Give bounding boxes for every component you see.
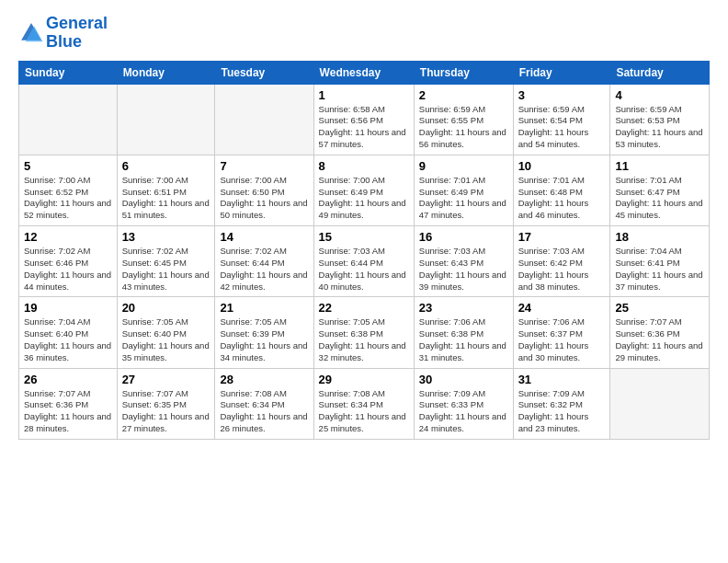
daylight-label: Daylight: 11 hours and 27 minutes. (122, 411, 210, 433)
daylight-label: Daylight: 11 hours and 34 minutes. (220, 340, 307, 362)
day-number: 3 (518, 88, 606, 102)
calendar-cell: 14Sunrise: 7:02 AMSunset: 6:44 PMDayligh… (215, 226, 313, 297)
day-number: 14 (220, 230, 308, 244)
sunset-label: Sunset: 6:56 PM (319, 115, 383, 125)
day-number: 28 (220, 373, 308, 386)
sunrise-label: Sunrise: 6:58 AM (319, 104, 385, 114)
sunset-label: Sunset: 6:49 PM (419, 187, 483, 197)
sunrise-label: Sunrise: 7:00 AM (319, 175, 385, 185)
daylight-label: Daylight: 11 hours and 37 minutes. (615, 270, 702, 292)
calendar-cell: 31Sunrise: 7:09 AMSunset: 6:32 PMDayligh… (513, 368, 610, 439)
day-number: 17 (518, 230, 606, 244)
day-info: Sunrise: 7:04 AMSunset: 6:40 PMDaylight:… (24, 316, 112, 363)
calendar-cell: 2Sunrise: 6:59 AMSunset: 6:55 PMDaylight… (414, 84, 513, 155)
calendar-cell: 13Sunrise: 7:02 AMSunset: 6:45 PMDayligh… (117, 226, 215, 297)
sunrise-label: Sunrise: 7:02 AM (24, 246, 90, 256)
day-info: Sunrise: 7:01 AMSunset: 6:47 PMDaylight:… (615, 175, 704, 222)
sunset-label: Sunset: 6:54 PM (518, 115, 583, 125)
week-row-2: 5Sunrise: 7:00 AMSunset: 6:52 PMDaylight… (19, 155, 710, 225)
day-info: Sunrise: 7:09 AMSunset: 6:33 PMDaylight:… (419, 388, 508, 435)
day-info: Sunrise: 7:05 AMSunset: 6:39 PMDaylight:… (220, 316, 308, 363)
sunset-label: Sunset: 6:52 PM (24, 187, 88, 197)
sunrise-label: Sunrise: 7:00 AM (122, 175, 188, 185)
day-number: 26 (24, 373, 112, 386)
sunrise-label: Sunrise: 7:06 AM (518, 316, 585, 327)
day-info: Sunrise: 7:03 AMSunset: 6:42 PMDaylight:… (518, 246, 606, 293)
daylight-label: Daylight: 11 hours and 56 minutes. (419, 127, 506, 149)
daylight-label: Daylight: 11 hours and 53 minutes. (615, 127, 702, 149)
week-row-1: 1Sunrise: 6:58 AMSunset: 6:56 PMDaylight… (19, 84, 710, 155)
daylight-label: Daylight: 11 hours and 29 minutes. (615, 340, 702, 362)
calendar-cell: 17Sunrise: 7:03 AMSunset: 6:42 PMDayligh… (513, 226, 610, 297)
day-number: 24 (518, 301, 606, 315)
day-info: Sunrise: 6:59 AMSunset: 6:54 PMDaylight:… (518, 104, 606, 151)
day-info: Sunrise: 7:07 AMSunset: 6:35 PMDaylight:… (122, 388, 210, 435)
day-number: 13 (122, 230, 210, 244)
day-info: Sunrise: 7:09 AMSunset: 6:32 PMDaylight:… (518, 388, 606, 435)
sunrise-label: Sunrise: 7:03 AM (319, 246, 385, 256)
day-info: Sunrise: 6:59 AMSunset: 6:55 PMDaylight:… (419, 104, 508, 151)
sunset-label: Sunset: 6:40 PM (122, 328, 187, 339)
daylight-label: Daylight: 11 hours and 42 minutes. (220, 270, 307, 292)
day-info: Sunrise: 7:04 AMSunset: 6:41 PMDaylight:… (615, 246, 704, 293)
daylight-label: Daylight: 11 hours and 54 minutes. (518, 127, 589, 149)
weekday-header-thursday: Thursday (414, 61, 513, 84)
sunrise-label: Sunrise: 7:08 AM (220, 388, 286, 398)
weekday-header-wednesday: Wednesday (313, 61, 414, 84)
day-info: Sunrise: 7:08 AMSunset: 6:34 PMDaylight:… (319, 388, 409, 435)
day-info: Sunrise: 7:03 AMSunset: 6:43 PMDaylight:… (419, 246, 508, 293)
day-info: Sunrise: 7:00 AMSunset: 6:49 PMDaylight:… (319, 175, 409, 222)
sunset-label: Sunset: 6:34 PM (220, 399, 284, 409)
day-info: Sunrise: 7:03 AMSunset: 6:44 PMDaylight:… (319, 246, 409, 293)
day-number: 7 (220, 159, 308, 173)
weekday-header-row: SundayMondayTuesdayWednesdayThursdayFrid… (19, 61, 710, 84)
sunset-label: Sunset: 6:44 PM (319, 258, 383, 268)
calendar-cell: 25Sunrise: 7:07 AMSunset: 6:36 PMDayligh… (610, 297, 710, 368)
sunrise-label: Sunrise: 6:59 AM (615, 104, 681, 114)
calendar-cell: 22Sunrise: 7:05 AMSunset: 6:38 PMDayligh… (313, 297, 414, 368)
daylight-label: Daylight: 11 hours and 49 minutes. (319, 198, 406, 220)
weekday-header-friday: Friday (513, 61, 610, 84)
sunrise-label: Sunrise: 7:00 AM (24, 175, 90, 185)
sunrise-label: Sunrise: 7:00 AM (220, 175, 286, 185)
calendar-cell: 30Sunrise: 7:09 AMSunset: 6:33 PMDayligh… (414, 368, 513, 439)
day-info: Sunrise: 6:58 AMSunset: 6:56 PMDaylight:… (319, 104, 409, 151)
calendar-cell: 27Sunrise: 7:07 AMSunset: 6:35 PMDayligh… (117, 368, 215, 439)
calendar-cell: 3Sunrise: 6:59 AMSunset: 6:54 PMDaylight… (513, 84, 610, 155)
sunrise-label: Sunrise: 7:01 AM (615, 175, 681, 185)
daylight-label: Daylight: 11 hours and 30 minutes. (518, 340, 589, 362)
day-number: 30 (419, 373, 508, 386)
calendar-cell: 15Sunrise: 7:03 AMSunset: 6:44 PMDayligh… (313, 226, 414, 297)
sunrise-label: Sunrise: 7:09 AM (419, 388, 485, 398)
sunrise-label: Sunrise: 7:08 AM (319, 388, 385, 398)
day-number: 9 (419, 159, 508, 173)
daylight-label: Daylight: 11 hours and 23 minutes. (518, 411, 589, 433)
weekday-header-saturday: Saturday (610, 61, 710, 84)
sunrise-label: Sunrise: 7:05 AM (220, 316, 286, 327)
sunset-label: Sunset: 6:46 PM (24, 258, 88, 268)
sunrise-label: Sunrise: 7:04 AM (615, 246, 681, 256)
sunrise-label: Sunrise: 6:59 AM (419, 104, 485, 114)
daylight-label: Daylight: 11 hours and 32 minutes. (319, 340, 406, 362)
sunrise-label: Sunrise: 7:01 AM (518, 175, 585, 185)
sunrise-label: Sunrise: 7:09 AM (518, 388, 585, 398)
calendar-cell: 9Sunrise: 7:01 AMSunset: 6:49 PMDaylight… (414, 155, 513, 225)
day-number: 29 (319, 373, 409, 386)
day-number: 11 (615, 159, 704, 173)
calendar-cell: 26Sunrise: 7:07 AMSunset: 6:36 PMDayligh… (19, 368, 118, 439)
calendar-cell: 5Sunrise: 7:00 AMSunset: 6:52 PMDaylight… (19, 155, 118, 225)
daylight-label: Daylight: 11 hours and 52 minutes. (24, 198, 111, 220)
logo-icon (18, 20, 44, 46)
week-row-5: 26Sunrise: 7:07 AMSunset: 6:36 PMDayligh… (19, 368, 710, 439)
sunset-label: Sunset: 6:45 PM (122, 258, 187, 268)
sunset-label: Sunset: 6:49 PM (319, 187, 383, 197)
calendar-cell: 11Sunrise: 7:01 AMSunset: 6:47 PMDayligh… (610, 155, 710, 225)
daylight-label: Daylight: 11 hours and 39 minutes. (419, 270, 506, 292)
calendar-cell (215, 84, 313, 155)
sunset-label: Sunset: 6:47 PM (615, 187, 679, 197)
day-info: Sunrise: 7:02 AMSunset: 6:45 PMDaylight:… (122, 246, 210, 293)
day-info: Sunrise: 7:01 AMSunset: 6:49 PMDaylight:… (419, 175, 508, 222)
logo: General Blue (18, 15, 108, 52)
daylight-label: Daylight: 11 hours and 50 minutes. (220, 198, 307, 220)
sunset-label: Sunset: 6:33 PM (419, 399, 483, 409)
